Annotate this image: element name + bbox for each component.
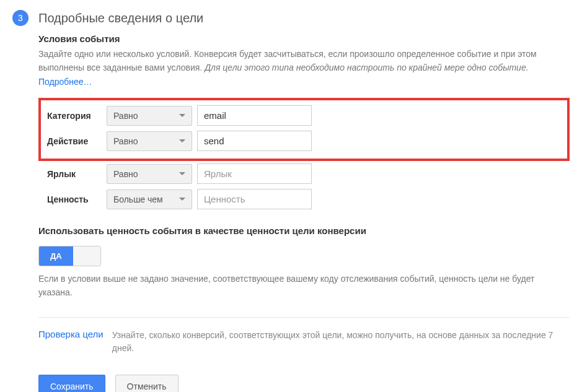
category-value-input[interactable] xyxy=(197,105,312,126)
event-conditions-heading: Условия события xyxy=(38,33,570,44)
use-event-value-heading: Использовать ценность события в качестве… xyxy=(38,225,570,236)
value-operator-dropdown[interactable]: Больше чем xyxy=(107,189,192,209)
chevron-down-icon xyxy=(179,198,185,201)
value-value-input[interactable] xyxy=(197,189,312,209)
event-conditions-description: Задайте одно или несколько условий. Конв… xyxy=(38,48,570,74)
desc-italic: Для цели этого типа необходимо настроить… xyxy=(205,63,528,72)
highlighted-conditions-box: Категория Равно Действие Равно xyxy=(38,98,570,161)
category-operator-dropdown[interactable]: Равно xyxy=(107,106,192,126)
verify-goal-description: Узнайте, сколько конверсий, соответствую… xyxy=(112,329,570,355)
condition-row-value: Ценность Больше чем xyxy=(47,189,563,209)
label-operator-dropdown[interactable]: Равно xyxy=(107,164,192,184)
chevron-down-icon xyxy=(179,139,185,142)
section-divider xyxy=(38,317,570,318)
save-button[interactable]: Сохранить xyxy=(38,375,105,392)
label-label: Ярлык xyxy=(47,169,102,179)
chevron-down-icon xyxy=(179,114,185,117)
action-operator-dropdown[interactable]: Равно xyxy=(107,131,192,151)
cancel-button[interactable]: Отменить xyxy=(115,375,179,392)
value-label: Ценность xyxy=(47,194,102,204)
learn-more-link[interactable]: Подробнее… xyxy=(38,77,92,87)
dropdown-value: Равно xyxy=(113,169,138,179)
use-event-value-note: Если в условии выше не задано значение, … xyxy=(38,272,570,299)
dropdown-value: Равно xyxy=(113,111,138,121)
category-label: Категория xyxy=(47,111,102,121)
verify-goal-link[interactable]: Проверка цели xyxy=(38,329,104,339)
use-event-value-toggle[interactable]: ДА xyxy=(38,246,101,266)
dropdown-value: Равно xyxy=(113,136,138,146)
step-number-badge: 3 xyxy=(12,10,29,26)
chevron-down-icon xyxy=(179,172,185,175)
dropdown-value: Больше чем xyxy=(113,194,163,204)
page-title: Подробные сведения о цели xyxy=(38,11,203,25)
toggle-on-label: ДА xyxy=(39,246,73,266)
condition-row-label: Ярлык Равно xyxy=(47,163,563,184)
condition-row-action: Действие Равно xyxy=(47,131,561,151)
condition-row-category: Категория Равно xyxy=(47,105,561,126)
toggle-off-side xyxy=(73,246,100,266)
label-value-input[interactable] xyxy=(197,163,312,184)
action-label: Действие xyxy=(47,136,102,146)
action-value-input[interactable] xyxy=(197,131,312,151)
